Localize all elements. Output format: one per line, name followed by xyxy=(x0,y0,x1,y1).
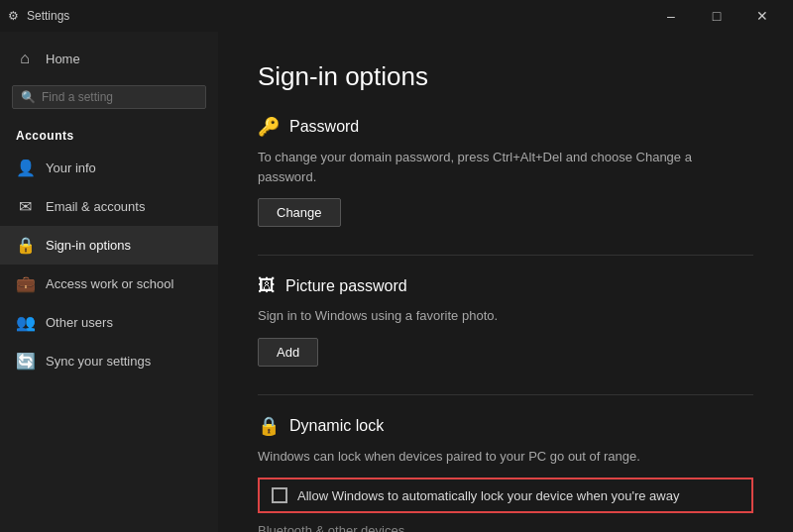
add-picture-password-button[interactable]: Add xyxy=(258,338,318,367)
divider-2 xyxy=(258,394,753,395)
sidebar-home-label: Home xyxy=(46,52,80,66)
dynamic-lock-header: 🔒 Dynamic lock xyxy=(258,415,753,437)
password-icon: 🔑 xyxy=(258,116,280,138)
titlebar-title: Settings xyxy=(27,9,69,23)
dynamic-lock-checkbox-row[interactable]: Allow Windows to automatically lock your… xyxy=(258,478,753,513)
sidebar-item-access-work[interactable]: 💼 Access work or school xyxy=(0,265,218,303)
bluetooth-devices-link[interactable]: Bluetooth & other devices xyxy=(258,523,753,532)
titlebar-controls: – □ ✕ xyxy=(648,0,785,32)
sync-icon: 🔄 xyxy=(16,352,34,371)
sidebar-item-your-info[interactable]: 👤 Your info xyxy=(0,149,218,187)
sidebar-work-label: Access work or school xyxy=(46,276,173,291)
dynamic-lock-desc: Windows can lock when devices paired to … xyxy=(258,447,753,467)
minimize-button[interactable]: – xyxy=(648,0,694,32)
sidebar-item-other-users[interactable]: 👥 Other users xyxy=(0,303,218,342)
sidebar-item-home[interactable]: ⌂ Home xyxy=(0,40,218,77)
work-icon: 💼 xyxy=(16,274,34,293)
password-section-title: Password xyxy=(289,118,359,136)
titlebar-left: ⚙ Settings xyxy=(8,9,69,23)
content-area: Sign-in options 🔑 Password To change you… xyxy=(218,32,793,532)
sidebar-section-label: Accounts xyxy=(0,117,218,149)
titlebar: ⚙ Settings – □ ✕ xyxy=(0,0,793,32)
dynamic-lock-icon: 🔒 xyxy=(258,415,280,437)
search-box[interactable]: 🔍 xyxy=(12,85,206,109)
picture-password-section: 🖼 Picture password Sign in to Windows us… xyxy=(258,275,753,367)
page-title: Sign-in options xyxy=(258,61,753,92)
sidebar-item-sync-settings[interactable]: 🔄 Sync your settings xyxy=(0,342,218,380)
picture-password-desc: Sign in to Windows using a favorite phot… xyxy=(258,306,753,326)
change-password-button[interactable]: Change xyxy=(258,198,341,227)
search-icon: 🔍 xyxy=(21,90,36,104)
picture-password-icon: 🖼 xyxy=(258,275,276,296)
dynamic-lock-checkbox-label: Allow Windows to automatically lock your… xyxy=(297,488,679,503)
email-icon: ✉ xyxy=(16,197,34,216)
dynamic-lock-checkbox[interactable] xyxy=(272,487,287,503)
sidebar: ⌂ Home 🔍 Accounts 👤 Your info ✉ Email & … xyxy=(0,32,218,532)
home-icon: ⌂ xyxy=(16,50,34,67)
sidebar-sign-in-label: Sign-in options xyxy=(46,238,131,253)
sidebar-item-sign-in-options[interactable]: 🔒 Sign-in options xyxy=(0,226,218,265)
sidebar-item-email-accounts[interactable]: ✉ Email & accounts xyxy=(0,187,218,226)
users-icon: 👥 xyxy=(16,313,34,332)
search-input[interactable] xyxy=(42,90,197,104)
sidebar-users-label: Other users xyxy=(46,315,113,330)
maximize-button[interactable]: □ xyxy=(694,0,739,32)
sidebar-your-info-label: Your info xyxy=(46,160,96,175)
sidebar-sync-label: Sync your settings xyxy=(46,354,151,369)
sidebar-email-label: Email & accounts xyxy=(46,199,145,214)
sign-in-icon: 🔒 xyxy=(16,236,34,255)
dynamic-lock-title: Dynamic lock xyxy=(289,417,384,435)
password-section: 🔑 Password To change your domain passwor… xyxy=(258,116,753,227)
app-container: ⌂ Home 🔍 Accounts 👤 Your info ✉ Email & … xyxy=(0,32,793,532)
picture-password-header: 🖼 Picture password xyxy=(258,275,753,296)
divider-1 xyxy=(258,255,753,256)
dynamic-lock-section: 🔒 Dynamic lock Windows can lock when dev… xyxy=(258,415,753,533)
close-button[interactable]: ✕ xyxy=(739,0,785,32)
password-section-header: 🔑 Password xyxy=(258,116,753,138)
password-section-desc: To change your domain password, press Ct… xyxy=(258,148,753,186)
settings-icon: ⚙ xyxy=(8,9,19,23)
your-info-icon: 👤 xyxy=(16,159,34,177)
picture-password-title: Picture password xyxy=(285,277,407,295)
